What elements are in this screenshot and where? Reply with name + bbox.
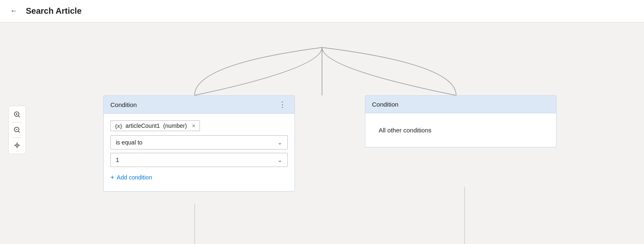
- zoom-out-button[interactable]: [10, 123, 24, 137]
- condition-menu-button-left[interactable]: ⋮: [277, 101, 288, 108]
- chip-close-button[interactable]: ×: [192, 122, 195, 129]
- variable-chip: {x} articleCount1 (number) ×: [110, 120, 200, 131]
- svg-line-7: [18, 131, 20, 133]
- zoom-in-button[interactable]: [10, 108, 24, 121]
- condition-title-left: Condition: [110, 101, 137, 108]
- condition-header-left: Condition ⋮: [104, 96, 295, 114]
- page-title: Search Article: [26, 6, 82, 16]
- back-button[interactable]: ←: [8, 5, 19, 17]
- condition-card-left: Condition ⋮ {x} articleCount1 (number) ×…: [103, 95, 295, 192]
- condition-card-right: Condition All other conditions: [365, 95, 557, 147]
- other-conditions-text: All other conditions: [372, 120, 549, 140]
- condition-body-left: {x} articleCount1 (number) × is equal to…: [104, 114, 295, 191]
- add-condition-button[interactable]: + Add condition: [110, 170, 152, 184]
- plus-icon: +: [110, 174, 114, 181]
- svg-point-9: [17, 145, 17, 146]
- zoom-out-icon: [14, 127, 20, 133]
- header: ← Search Article: [0, 0, 644, 22]
- condition-header-right: Condition: [365, 96, 556, 113]
- variable-name: articleCount1: [125, 122, 160, 129]
- operator-dropdown[interactable]: is equal to ⌄: [110, 135, 288, 149]
- operator-label: is equal to: [116, 139, 142, 146]
- value-dropdown[interactable]: 1 ⌄: [110, 153, 288, 167]
- variable-type: (number): [163, 122, 187, 129]
- center-view-button[interactable]: [10, 139, 24, 152]
- zoom-in-icon: [14, 111, 20, 118]
- value-label: 1: [116, 157, 119, 163]
- operator-chevron-icon: ⌄: [277, 139, 282, 146]
- vertical-line-right: [464, 187, 465, 244]
- value-chevron-icon: ⌄: [277, 157, 282, 163]
- variable-icon: {x}: [115, 123, 122, 129]
- condition-title-right: Condition: [372, 101, 398, 108]
- svg-line-4: [18, 116, 20, 117]
- zoom-divider-2: [12, 137, 22, 138]
- vertical-line-left: [195, 204, 195, 244]
- add-condition-label: Add condition: [117, 174, 152, 181]
- center-icon: [14, 142, 20, 149]
- zoom-divider: [12, 122, 22, 122]
- canvas: Condition ⋮ {x} articleCount1 (number) ×…: [0, 22, 644, 244]
- zoom-controls: [8, 106, 26, 154]
- condition-body-right: All other conditions: [365, 113, 556, 147]
